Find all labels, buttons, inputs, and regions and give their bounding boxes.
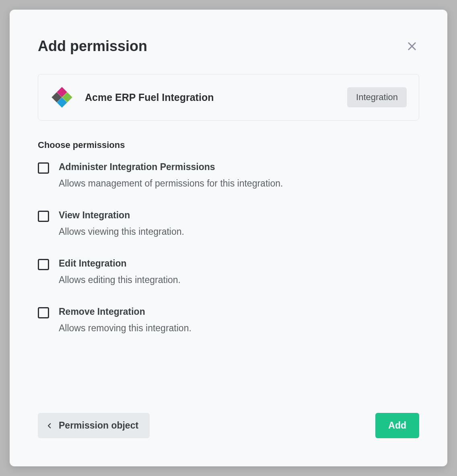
integration-logo-icon [50, 86, 74, 109]
permission-text: Edit Integration Allows editing this int… [59, 258, 181, 285]
permission-description: Allows editing this integration. [59, 275, 181, 285]
permission-title: Remove Integration [59, 306, 191, 317]
modal-footer: Permission object Add [38, 389, 419, 438]
modal-header: Add permission [38, 38, 419, 55]
permission-title: Edit Integration [59, 258, 181, 269]
object-type-badge: Integration [347, 87, 407, 107]
permission-checkbox-edit[interactable] [38, 259, 49, 270]
permission-item: View Integration Allows viewing this int… [38, 210, 419, 237]
back-button-label: Permission object [59, 420, 138, 431]
permission-description: Allows management of permissions for thi… [59, 178, 283, 189]
add-button[interactable]: Add [375, 413, 419, 438]
permission-title: Administer Integration Permissions [59, 162, 283, 172]
object-summary: Acme ERP Fuel Integration [50, 86, 214, 109]
back-button[interactable]: Permission object [38, 413, 150, 438]
permission-checkbox-remove[interactable] [38, 307, 49, 318]
permission-title: View Integration [59, 210, 184, 221]
choose-permissions-label: Choose permissions [38, 140, 419, 150]
permission-description: Allows removing this integration. [59, 323, 191, 334]
permission-object-card: Acme ERP Fuel Integration Integration [38, 74, 419, 121]
close-icon [406, 41, 418, 52]
object-name: Acme ERP Fuel Integration [85, 92, 214, 103]
permissions-list: Administer Integration Permissions Allow… [38, 162, 419, 334]
chevron-left-icon [46, 422, 53, 429]
permission-text: Remove Integration Allows removing this … [59, 306, 191, 334]
permission-item: Edit Integration Allows editing this int… [38, 258, 419, 285]
close-button[interactable] [405, 39, 419, 53]
permission-checkbox-administer[interactable] [38, 162, 49, 174]
permission-text: Administer Integration Permissions Allow… [59, 162, 283, 189]
permission-description: Allows viewing this integration. [59, 226, 184, 237]
permission-item: Administer Integration Permissions Allow… [38, 162, 419, 189]
permission-checkbox-view[interactable] [38, 211, 49, 222]
permission-item: Remove Integration Allows removing this … [38, 306, 419, 334]
add-permission-modal: Add permission Acme ERP Fuel Integration [10, 10, 447, 466]
modal-title: Add permission [38, 38, 147, 55]
permission-text: View Integration Allows viewing this int… [59, 210, 184, 237]
